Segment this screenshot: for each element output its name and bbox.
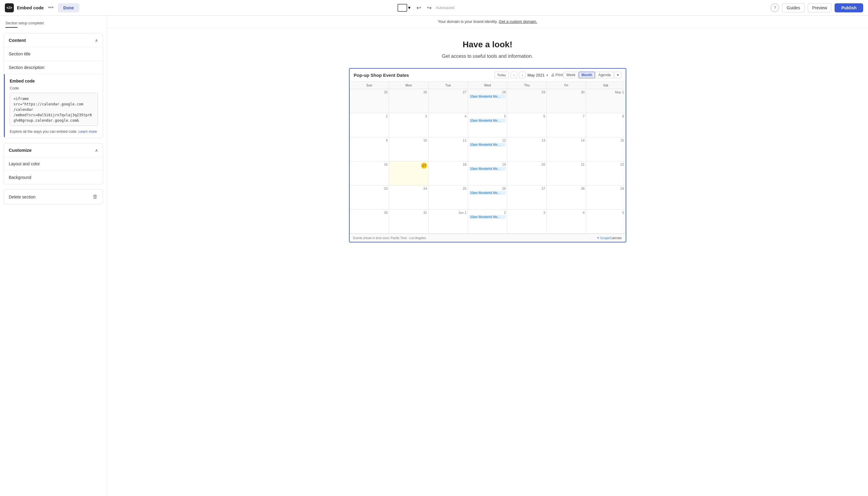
calendar-cell[interactable]: 22: [586, 161, 625, 186]
calendar-day-number: 6: [508, 114, 545, 118]
calendar-cell[interactable]: 15: [586, 137, 625, 161]
layout-color-item[interactable]: Layout and color: [4, 157, 103, 170]
calendar-cell[interactable]: 4: [428, 113, 468, 137]
learn-more-link[interactable]: Learn more: [78, 129, 97, 134]
calendar-cell[interactable]: 31: [389, 210, 429, 234]
calendar-cell[interactable]: 7: [547, 113, 586, 137]
delete-section-label: Delete section: [9, 195, 35, 199]
calendar-cell[interactable]: 25: [349, 89, 389, 113]
section-title-item[interactable]: Section title: [4, 47, 103, 61]
calendar-cell[interactable]: 8: [586, 113, 625, 137]
next-month-button[interactable]: ›: [519, 72, 526, 78]
topbar-center: ▾ ↩ ↪ Autosaved: [83, 3, 767, 13]
calendar-cell[interactable]: 6: [507, 113, 547, 137]
calendar-month-label: May 2021: [527, 73, 544, 77]
calendar-cell[interactable]: 30: [349, 210, 389, 234]
calendar-event[interactable]: 10am Wonderful We...: [469, 143, 506, 147]
calendar-day-number: 20: [508, 162, 545, 166]
today-button[interactable]: Today: [495, 72, 509, 78]
prev-month-button[interactable]: ‹: [511, 72, 517, 78]
done-button[interactable]: Done: [58, 3, 79, 12]
calendar-cell[interactable]: 23: [349, 186, 389, 210]
calendar-cell[interactable]: 14: [547, 137, 586, 161]
page-preview: Have a look! Get access to useful tools …: [107, 28, 868, 496]
calendar-cell[interactable]: 11: [428, 137, 468, 161]
calendar-cell[interactable]: 2: [349, 113, 389, 137]
background-item[interactable]: Background: [4, 170, 103, 184]
calendar-header: Pop-up Shop Event Dates Today ‹ › May 20…: [349, 69, 626, 82]
calendar-cell[interactable]: 26: [389, 89, 429, 113]
section-description-item[interactable]: Section description: [4, 61, 103, 74]
sidebar: Section setup complete! Content ∧ Sectio…: [0, 16, 107, 496]
calendar-cell[interactable]: 17: [389, 161, 429, 186]
calendar-cell[interactable]: May 1: [586, 89, 625, 113]
calendar-cell[interactable]: 30: [547, 89, 586, 113]
calendar-cell[interactable]: 10: [389, 137, 429, 161]
calendar-event[interactable]: 10am Wonderful We...: [469, 215, 506, 219]
content-panel-header[interactable]: Content ∧: [4, 33, 103, 47]
week-view-button[interactable]: Week: [564, 72, 578, 78]
calendar-cell[interactable]: 1210am Wonderful We...: [468, 137, 507, 161]
calendar-day-number: 23: [351, 187, 388, 190]
calendar-cell[interactable]: 25: [428, 186, 468, 210]
calendar-cell[interactable]: 24: [389, 186, 429, 210]
content-area: Your domain is your brand identity. Get …: [107, 16, 868, 496]
content-panel: Content ∧ Section title Section descript…: [4, 33, 103, 138]
calendar-cell[interactable]: 13: [507, 137, 547, 161]
sidebar-status: Section setup complete!: [0, 21, 107, 27]
preview-button[interactable]: Preview: [808, 3, 832, 12]
calendar-nav: Today ‹ › May 2021 ▾: [495, 72, 548, 78]
calendar-cell[interactable]: 510am Wonderful We...: [468, 113, 507, 137]
calendar-day-number: 21: [548, 162, 585, 166]
calendar-cell[interactable]: 27: [507, 186, 547, 210]
calendar-event[interactable]: 10am Wonderful We...: [469, 119, 506, 123]
calendar-cell[interactable]: 4: [547, 210, 586, 234]
undo-button[interactable]: ↩: [415, 3, 423, 12]
calendar-event[interactable]: 10am Wonderful We...: [469, 191, 506, 195]
calendar-cell[interactable]: 210am Wonderful We...: [468, 210, 507, 234]
calendar-view-buttons: 🖨 Print Week Month Agenda ▾: [551, 72, 622, 78]
code-input[interactable]: <iframe src="https://calendar.google.com…: [10, 93, 98, 126]
calendar-cell[interactable]: 18: [428, 161, 468, 186]
publish-button[interactable]: Publish: [835, 3, 863, 12]
calendar-event[interactable]: 10am Wonderful We...: [469, 167, 506, 171]
calendar-cell[interactable]: 28: [547, 186, 586, 210]
calendar-cell[interactable]: 5: [586, 210, 625, 234]
agenda-dropdown-button[interactable]: ▾: [614, 72, 622, 78]
calendar-cell[interactable]: 20: [507, 161, 547, 186]
device-selector[interactable]: ▾: [396, 3, 412, 13]
customize-panel-chevron: ∧: [95, 148, 98, 153]
more-options-button[interactable]: •••: [47, 3, 55, 12]
calendar-day-header: Mon: [389, 82, 429, 89]
calendar-day-number: 12: [469, 139, 506, 142]
guides-button[interactable]: Guides: [782, 3, 804, 12]
help-button[interactable]: ?: [770, 4, 779, 12]
redo-button[interactable]: ↪: [425, 3, 433, 12]
calendar-cell[interactable]: Jun 1: [428, 210, 468, 234]
custom-domain-link[interactable]: Get a custom domain.: [499, 19, 537, 24]
calendar-cell[interactable]: 21: [547, 161, 586, 186]
calendar-cell[interactable]: 16: [349, 161, 389, 186]
agenda-view-button[interactable]: Agenda: [596, 72, 613, 78]
calendar-cell[interactable]: 2810am Wonderful We...: [468, 89, 507, 113]
month-view-button[interactable]: Month: [579, 72, 595, 78]
google-plus-icon: +: [597, 236, 599, 240]
calendar-cell[interactable]: 3: [507, 210, 547, 234]
page-subtitle: Get access to useful tools and informati…: [125, 53, 850, 59]
delete-section-panel[interactable]: Delete section 🗑: [4, 189, 103, 204]
topbar: </> Embed code ••• Done ▾ ↩ ↪ Autosaved …: [0, 0, 868, 16]
calendar-cell[interactable]: 27: [428, 89, 468, 113]
print-icon: 🖨: [551, 73, 555, 77]
print-button[interactable]: 🖨 Print: [551, 72, 563, 78]
calendar-cell[interactable]: 29: [507, 89, 547, 113]
calendar-cell[interactable]: 1910am Wonderful We...: [468, 161, 507, 186]
calendar-event[interactable]: 10am Wonderful We...: [469, 95, 506, 98]
calendar-cell[interactable]: 9: [349, 137, 389, 161]
calendar-cell[interactable]: 29: [586, 186, 625, 210]
content-panel-title: Content: [9, 38, 26, 43]
calendar-cell[interactable]: 2610am Wonderful We...: [468, 186, 507, 210]
code-sublabel: Code: [10, 86, 98, 90]
calendar-inner: Pop-up Shop Event Dates Today ‹ › May 20…: [349, 69, 626, 242]
calendar-cell[interactable]: 3: [389, 113, 429, 137]
customize-panel-header[interactable]: Customize ∧: [4, 143, 103, 157]
